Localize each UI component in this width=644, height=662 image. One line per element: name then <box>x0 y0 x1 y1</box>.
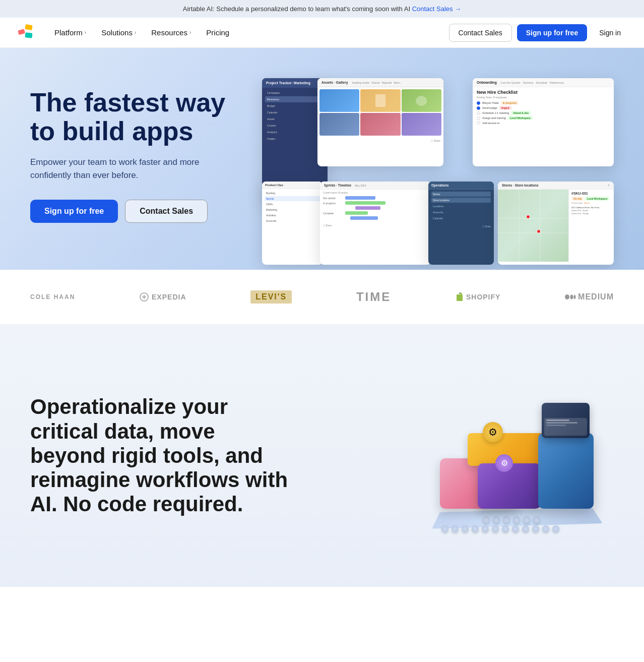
shopify-icon <box>456 292 464 302</box>
hero-subtitle: Empower your team to work faster and mor… <box>30 156 242 182</box>
operations-item: Store locations <box>431 198 491 203</box>
prodops-header: Product Ops <box>262 182 323 189</box>
card-line <box>546 419 569 421</box>
check-icon <box>477 116 480 120</box>
status-badge: Attend & doc <box>511 111 531 115</box>
gear-icon: ⚙ <box>483 422 503 442</box>
sku-title: #SKU-001 <box>571 192 611 195</box>
nav-signup-button[interactable]: Sign up for free <box>517 24 587 41</box>
nav-contact-sales-button[interactable]: Contact Sales <box>449 24 512 42</box>
marketing-item: Analytics <box>265 129 325 135</box>
checklist-item: Send badge Urgent <box>477 106 610 110</box>
checklist-item: Assign and training Local Workspace <box>477 116 610 120</box>
marketing-item: Images <box>265 136 325 142</box>
prodops-item: Backlog <box>265 191 320 196</box>
prodops-items: Backlog Sprints OKRs Marketing Activitie… <box>262 189 323 225</box>
gallery-item <box>319 89 359 112</box>
second-illustration: ⚙ ⚙ <box>422 365 614 547</box>
logo-cole-haan: COLE HAAN <box>30 293 75 300</box>
screenshot-prodops: Product Ops Backlog Sprints OKRs Marketi… <box>262 182 323 265</box>
svg-rect-2 <box>25 32 33 38</box>
cylinder <box>552 525 559 532</box>
blue-platform <box>538 433 594 509</box>
screenshot-assets: Assets · Gallery Awaiting review Shared … <box>317 78 443 166</box>
timeline-bar <box>345 211 368 215</box>
logo[interactable] <box>16 23 48 43</box>
timeline-row: Not started <box>323 196 428 200</box>
stores-map <box>498 190 568 262</box>
cylinders-row <box>441 525 559 532</box>
second-section: Operationalize your critical data, move … <box>0 325 644 587</box>
cylinder <box>533 516 540 523</box>
marketing-item: Content <box>265 123 325 129</box>
chevron-down-icon: › <box>135 30 136 35</box>
operations-item: Accounts <box>431 210 491 215</box>
prodops-item: Accounts <box>265 218 320 223</box>
announcement-bar: Airtable AI: Schedule a personalized dem… <box>0 0 644 18</box>
timeline-row <box>323 216 428 220</box>
hero-screenshots: Project Tracker: Marketing Campaigns Res… <box>262 78 614 270</box>
onboarding-body: New Hire Checklist Pending Tasks: 24 emp… <box>473 87 614 128</box>
cylinder <box>513 516 520 523</box>
hero-section: The fastest way to build apps Empower yo… <box>0 48 644 270</box>
cylinder <box>532 525 539 532</box>
timeline-row <box>323 206 428 210</box>
medium-icon <box>565 293 576 300</box>
gear-icon: ⚙ <box>495 454 513 472</box>
assets-footer: ⬡ Share <box>317 138 443 144</box>
prodops-item: Marketing <box>265 207 320 212</box>
sku-row: On trip Local Workspace <box>571 197 611 201</box>
timeline-bar <box>355 206 380 210</box>
stores-header: Stores · Store locations ✕ <box>498 182 614 190</box>
nav-link-resources[interactable]: Resources › <box>145 24 197 41</box>
nav-link-solutions[interactable]: Solutions › <box>95 24 142 41</box>
svg-rect-1 <box>25 24 33 30</box>
nav-actions: Contact Sales Sign up for free Sign in <box>449 24 628 42</box>
nav-link-pricing[interactable]: Pricing <box>200 24 235 41</box>
hero-signup-button[interactable]: Sign up for free <box>30 200 118 223</box>
logo-levis: LEVI'S <box>250 290 292 304</box>
screenshot-sprints: Sprints · Timeline May 2023 Current spri… <box>320 182 431 265</box>
logo-expedia: Expedia <box>140 292 186 302</box>
operations-item: Calendar <box>431 216 491 221</box>
prodops-item: OKRs <box>265 202 320 207</box>
gallery-item <box>360 113 400 136</box>
chevron-down-icon: › <box>189 30 191 35</box>
cylinder <box>503 516 510 523</box>
cylinder <box>452 525 459 532</box>
marketing-item: Campaigns <box>265 90 325 96</box>
announcement-cta[interactable]: Contact Sales → <box>412 5 462 13</box>
product-type-label: Product type: Fleece <box>571 202 611 204</box>
logo-shopify: shopify <box>456 292 500 302</box>
svg-point-9 <box>565 294 569 299</box>
status-badge: On trip <box>571 197 584 201</box>
svg-rect-8 <box>457 294 463 301</box>
variant-item: 311 California Street, San Fran... <box>571 206 611 209</box>
cylinder <box>542 525 549 532</box>
variant-item: Center Pin - Green <box>571 209 611 212</box>
cylinder <box>502 525 509 532</box>
checklist-subtitle: Pending Tasks: 24 employees <box>477 96 610 99</box>
gallery-item <box>402 113 441 136</box>
cylinder <box>492 525 499 532</box>
timeline-bar <box>345 196 375 200</box>
hero-contact-button[interactable]: Contact Sales <box>125 200 208 223</box>
timeline-row: In progress <box>323 201 428 205</box>
cylinder <box>472 525 479 532</box>
sprints-header: Sprints · Timeline May 2023 <box>320 182 431 190</box>
operations-footer: ⬡ Share <box>428 224 494 229</box>
nav-link-platform[interactable]: Platform › <box>48 24 92 41</box>
variants-list: 311 California Street, San Fran... Cente… <box>571 206 611 215</box>
nav-signin-button[interactable]: Sign in <box>592 24 628 41</box>
cylinder <box>512 525 519 532</box>
stores-body: #SKU-001 On trip Local Workspace Product… <box>498 190 614 262</box>
cylinder <box>462 525 469 532</box>
card-line <box>546 425 566 426</box>
timeline-row: Complete <box>323 211 428 215</box>
timeline-bar <box>345 201 385 205</box>
expedia-icon <box>140 292 149 302</box>
check-icon <box>477 121 480 125</box>
checklist-item: Schedule 1:1 meeting Attend & doc <box>477 111 610 115</box>
onboarding-header: Onboarding Live the Quarter Sections Sch… <box>473 78 614 87</box>
cylinder <box>483 516 490 523</box>
